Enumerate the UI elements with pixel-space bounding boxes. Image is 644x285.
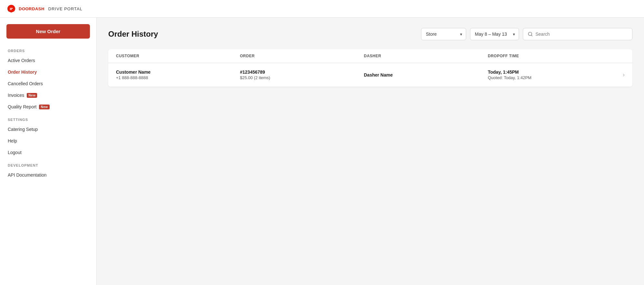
sidebar-item-label-order-history: Order History <box>8 69 37 75</box>
order-id: #123456789 <box>240 69 364 75</box>
dasher-cell: Dasher Name <box>364 72 488 78</box>
dropoff-cell: Today, 1:45PM Quoted: Today, 1:42PM <box>488 69 612 80</box>
sidebar-item-cancelled-orders[interactable]: Cancelled Orders <box>0 78 96 89</box>
sidebar-item-active-orders[interactable]: Active Orders <box>0 55 96 66</box>
sidebar-item-label-help: Help <box>8 138 17 143</box>
logo: DOORDASH DRIVE PORTAL <box>6 4 82 14</box>
dropoff-quoted: Quoted: Today, 1:42PM <box>488 75 612 80</box>
section-label-settings: SETTINGS <box>0 115 96 124</box>
table-row[interactable]: Customer Name +1 888-888-8888 #123456789… <box>108 63 632 87</box>
sidebar-item-help[interactable]: Help <box>0 135 96 147</box>
filter-group: Store May 8 – May 13 <box>421 28 632 40</box>
sidebar-sections: ORDERSActive OrdersOrder HistoryCancelle… <box>0 46 96 181</box>
sidebar-item-logout[interactable]: Logout <box>0 147 96 158</box>
store-filter[interactable]: Store <box>421 28 466 40</box>
sidebar-item-label-logout: Logout <box>8 150 22 155</box>
sidebar-item-api-docs[interactable]: API Documentation <box>0 169 96 181</box>
page-header: Order History Store May 8 – May 13 <box>108 28 632 40</box>
section-label-orders: ORDERS <box>0 46 96 55</box>
date-filter[interactable]: May 8 – May 13 <box>470 28 519 40</box>
customer-cell: Customer Name +1 888-888-8888 <box>116 69 240 80</box>
sidebar-item-label-quality-report: Quality Report <box>8 104 36 109</box>
brand-name: DOORDASH <box>19 6 44 11</box>
order-cell: #123456789 $25.00 (2 items) <box>240 69 364 80</box>
chevron-right-icon: › <box>612 71 625 78</box>
col-customer: CUSTOMER <box>116 54 240 58</box>
order-amount: $25.00 (2 items) <box>240 75 364 80</box>
sidebar: New Order ORDERSActive OrdersOrder Histo… <box>0 18 97 285</box>
col-order: ORDER <box>240 54 364 58</box>
search-icon <box>528 32 533 37</box>
badge-invoices: New <box>27 93 37 98</box>
new-order-button[interactable]: New Order <box>6 24 90 39</box>
customer-phone: +1 888-888-8888 <box>116 75 240 80</box>
sidebar-item-label-active-orders: Active Orders <box>8 58 35 63</box>
sidebar-item-quality-report[interactable]: Quality ReportNew <box>0 101 96 113</box>
sidebar-item-label-catering-setup: Catering Setup <box>8 127 38 132</box>
section-label-development: DEVELOPMENT <box>0 161 96 169</box>
sidebar-item-label-cancelled-orders: Cancelled Orders <box>8 81 43 86</box>
sidebar-item-label-api-docs: API Documentation <box>8 172 47 178</box>
orders-table: CUSTOMER ORDER DASHER DROPOFF TIME Custo… <box>108 49 632 87</box>
sidebar-item-invoices[interactable]: InvoicesNew <box>0 89 96 101</box>
search-input[interactable] <box>535 32 628 37</box>
portal-label: DRIVE PORTAL <box>48 6 82 11</box>
search-box <box>523 28 632 40</box>
badge-quality-report: New <box>39 105 49 109</box>
dasher-name: Dasher Name <box>364 72 488 78</box>
sidebar-item-catering-setup[interactable]: Catering Setup <box>0 124 96 135</box>
doordash-icon <box>6 4 16 14</box>
date-filter-wrapper: May 8 – May 13 <box>470 28 519 40</box>
top-nav: DOORDASH DRIVE PORTAL <box>0 0 644 18</box>
col-chevron <box>612 54 625 58</box>
store-filter-wrapper: Store <box>421 28 466 40</box>
customer-name: Customer Name <box>116 69 240 75</box>
main-content: Order History Store May 8 – May 13 <box>97 18 644 285</box>
sidebar-item-label-invoices: Invoices <box>8 93 24 98</box>
app-layout: New Order ORDERSActive OrdersOrder Histo… <box>0 18 644 285</box>
svg-line-1 <box>531 35 532 36</box>
page-title: Order History <box>108 30 416 39</box>
table-rows: Customer Name +1 888-888-8888 #123456789… <box>108 63 632 87</box>
col-dasher: DASHER <box>364 54 488 58</box>
table-header: CUSTOMER ORDER DASHER DROPOFF TIME <box>108 49 632 63</box>
dropoff-time: Today, 1:45PM <box>488 69 612 75</box>
col-dropoff: DROPOFF TIME <box>488 54 612 58</box>
sidebar-item-order-history[interactable]: Order History <box>0 66 96 78</box>
